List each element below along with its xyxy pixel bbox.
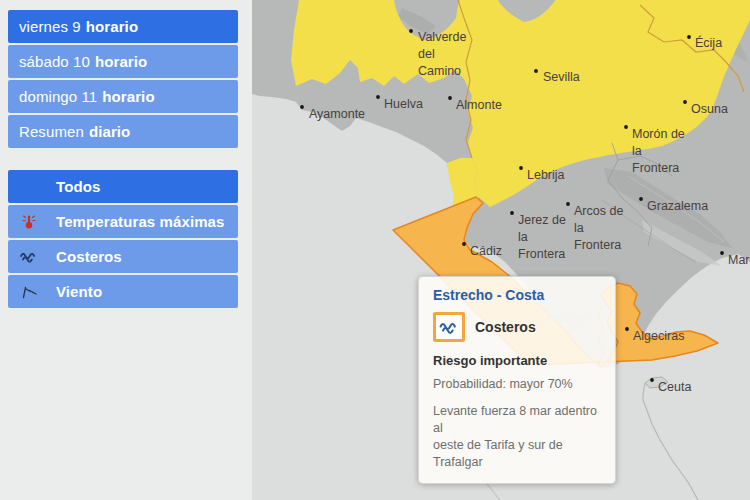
warning-tooltip: Estrecho - Costa Costeros Riesgo importa…: [418, 276, 616, 484]
thermometer-icon: [19, 213, 39, 230]
filter-button-label: Temperaturas máximas: [56, 213, 224, 230]
tooltip-phenomenon: Costeros: [475, 319, 536, 335]
city-label: Lebrija: [527, 168, 565, 182]
city-dot: [376, 95, 380, 99]
sidebar-item-temperaturas-maximas[interactable]: Temperaturas máximas: [8, 205, 238, 238]
city-dot: [534, 69, 538, 73]
sidebar-group-divider: [8, 150, 238, 170]
city-dot: [624, 125, 628, 129]
sidebar-item-viento[interactable]: Viento: [8, 275, 238, 308]
city-label: Marbella: [728, 253, 750, 267]
day-button-label: sábado 10: [19, 53, 90, 70]
city-label: Cádiz: [470, 244, 502, 258]
city-label: Algeciras: [633, 329, 684, 343]
day-button-label-bold: horario: [86, 18, 138, 35]
city-label: Ayamonte: [309, 107, 365, 121]
city-dot: [625, 327, 629, 331]
tooltip-region-title: Estrecho - Costa: [433, 287, 601, 303]
sidebar-item-resumen-diario[interactable]: Resumen diario: [8, 115, 238, 148]
sidebar: viernes 9 horario sábado 10 horario domi…: [8, 10, 238, 310]
city-dot: [720, 251, 724, 255]
city-label: Osuna: [691, 102, 728, 116]
city-label: Grazalema: [647, 199, 708, 213]
tooltip-description: Levante fuerza 8 mar adentro al oeste de…: [433, 403, 601, 471]
city-dot: [409, 29, 413, 33]
city-dot: [519, 166, 523, 170]
city-dot: [462, 242, 466, 246]
city-dot: [650, 378, 654, 382]
city-dot: [510, 211, 514, 215]
tooltip-risk-level: Riesgo importante: [433, 353, 601, 368]
city-label: Almonte: [456, 98, 502, 112]
city-dot: [566, 202, 570, 206]
city-label: Huelva: [384, 97, 423, 111]
sidebar-item-viernes-horario[interactable]: viernes 9 horario: [8, 10, 238, 43]
waves-icon: [19, 248, 39, 265]
day-button-label: domingo 11: [19, 88, 97, 105]
tooltip-description-line: oeste de Tarifa y sur de Trafalgar: [433, 437, 601, 471]
sidebar-item-sabado-horario[interactable]: sábado 10 horario: [8, 45, 238, 78]
tooltip-description-line: Levante fuerza 8 mar adentro al: [433, 403, 601, 437]
day-button-label-bold: horario: [102, 88, 154, 105]
sidebar-item-costeros[interactable]: Costeros: [8, 240, 238, 273]
city-dot: [683, 100, 687, 104]
day-button-label-bold: diario: [89, 123, 130, 140]
city-label: Ceuta: [658, 380, 691, 394]
sidebar-item-todos[interactable]: Todos: [8, 170, 238, 203]
wind-icon: [19, 283, 39, 300]
sidebar-item-domingo-horario[interactable]: domingo 11 horario: [8, 80, 238, 113]
city-label: Écija: [695, 35, 722, 50]
weather-warnings-page: viernes 9 horario sábado 10 horario domi…: [0, 0, 750, 500]
filter-button-label: Todos: [56, 178, 100, 195]
city-dot: [300, 105, 304, 109]
city-dot: [639, 197, 643, 201]
day-button-label-bold: horario: [95, 53, 147, 70]
city-dot: [448, 96, 452, 100]
day-button-label: viernes 9: [19, 18, 81, 35]
day-button-label: Resumen: [19, 123, 84, 140]
filter-button-label: Viento: [56, 283, 102, 300]
warning-map[interactable]: ValverdedelCaminoSevillaÉcijaAyamonteHue…: [252, 0, 750, 500]
tooltip-probability: Probabilidad: mayor 70%: [433, 377, 601, 391]
coastal-warning-icon: [433, 312, 465, 342]
city-dot: [687, 35, 691, 39]
filter-button-label: Costeros: [56, 248, 122, 265]
city-label: Sevilla: [543, 70, 580, 84]
